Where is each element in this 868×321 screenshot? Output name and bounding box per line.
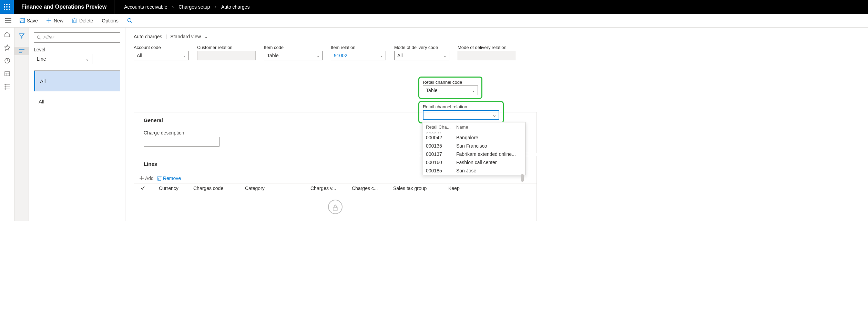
- field-value[interactable]: 91002: [334, 53, 347, 58]
- filter-input-container[interactable]: [34, 32, 120, 43]
- svg-point-39: [335, 205, 335, 205]
- svg-point-28: [37, 36, 40, 39]
- filter-list: All All: [34, 70, 120, 112]
- new-label: New: [54, 18, 63, 23]
- add-line-button[interactable]: Add: [140, 175, 154, 181]
- app-launcher[interactable]: [0, 0, 14, 14]
- new-button[interactable]: New: [43, 17, 67, 25]
- svg-point-38: [336, 205, 336, 206]
- delete-button[interactable]: Delete: [68, 17, 96, 25]
- field-label: Retail channel relation: [423, 104, 499, 109]
- filters-row-2: Retail channel code Table ⌄ Retail chann…: [418, 77, 513, 123]
- svg-point-23: [4, 89, 5, 89]
- account-code-select[interactable]: All ⌄: [134, 51, 189, 60]
- list-view-icon[interactable]: [14, 47, 29, 55]
- field-value: Table: [426, 88, 437, 93]
- dropdown-row[interactable]: 000185 San Jose: [422, 167, 525, 175]
- waffle-icon: [4, 4, 10, 10]
- save-button[interactable]: Save: [16, 17, 41, 25]
- col-header[interactable]: Sales tax group: [393, 185, 438, 191]
- main-layout: Level Line ⌄ All All Auto charges | Stan…: [0, 28, 868, 221]
- field-mode-code: Mode of delivery code All ⌄: [394, 45, 449, 60]
- svg-rect-32: [158, 177, 161, 180]
- check-column[interactable]: [140, 185, 149, 191]
- svg-rect-8: [73, 19, 76, 23]
- breadcrumb-item[interactable]: Charges setup: [178, 4, 210, 10]
- nav-toggle[interactable]: [2, 18, 14, 23]
- view-name[interactable]: Standard view: [170, 34, 201, 39]
- field-item-relation: Item relation 91002 ⌄: [331, 45, 386, 60]
- field-value: All: [397, 53, 403, 58]
- svg-point-13: [127, 18, 131, 22]
- funnel-icon[interactable]: [14, 31, 29, 41]
- save-icon: [19, 18, 25, 23]
- field-label: Retail channel code: [423, 80, 478, 85]
- list-item[interactable]: All: [34, 91, 120, 112]
- field-label: Customer relation: [197, 45, 256, 50]
- view-title-bar: Auto charges | Standard view ⌄: [134, 34, 868, 39]
- chevron-down-icon: ⌄: [492, 112, 497, 118]
- col-header[interactable]: Charges code: [193, 185, 235, 191]
- svg-rect-36: [333, 208, 337, 210]
- filter-input[interactable]: [43, 35, 117, 40]
- search-button[interactable]: [124, 17, 136, 25]
- retail-channel-dropdown[interactable]: Retail Cha... Name 000041 Mumbai 000042 …: [422, 122, 525, 175]
- plus-icon: [140, 176, 144, 180]
- remove-label: Remove: [163, 175, 181, 181]
- dropdown-row[interactable]: 000042 Bangalore: [422, 133, 525, 142]
- mode-code-select[interactable]: All ⌄: [394, 51, 449, 60]
- scrollbar-thumb[interactable]: [521, 174, 524, 182]
- chevron-down-icon: ⌄: [85, 56, 89, 62]
- options-button[interactable]: Options: [98, 16, 122, 25]
- list-item-label: All: [39, 99, 44, 104]
- field-item-code: Item code Table ⌄: [264, 45, 323, 60]
- level-select[interactable]: Line ⌄: [34, 54, 92, 64]
- chevron-right-icon: ›: [215, 4, 216, 10]
- remove-line-button[interactable]: Remove: [157, 175, 181, 181]
- filters-row-1: Account code All ⌄ Customer relation Ite…: [134, 45, 868, 60]
- home-icon[interactable]: [4, 31, 11, 38]
- level-value: Line: [37, 56, 46, 62]
- svg-point-21: [4, 87, 5, 87]
- search-icon: [37, 35, 41, 40]
- dropdown-row[interactable]: 000041 Mumbai: [422, 130, 525, 133]
- svg-line-29: [40, 38, 41, 40]
- col-header[interactable]: Charges v...: [310, 185, 341, 191]
- svg-rect-4: [21, 18, 23, 20]
- retail-channel-code-select[interactable]: Table ⌄: [423, 86, 478, 95]
- dropdown-row[interactable]: 000137 Fabrikam extended online...: [422, 150, 525, 158]
- field-retail-channel-relation: Retail channel relation ⌄: [423, 104, 499, 120]
- chevron-down-icon: ⌄: [472, 89, 475, 92]
- col-header[interactable]: Category: [245, 185, 300, 191]
- recent-icon[interactable]: [4, 57, 11, 64]
- field-account-code: Account code All ⌄: [134, 45, 189, 60]
- workspace-icon[interactable]: [4, 70, 11, 77]
- col-header[interactable]: Currency: [159, 185, 183, 191]
- highlight-retail-relation: Retail channel relation ⌄ Retail Cha... …: [418, 101, 504, 123]
- chevron-right-icon: ›: [172, 4, 174, 10]
- field-retail-channel-code: Retail channel code Table ⌄: [423, 80, 478, 95]
- dropdown-row[interactable]: 000135 San Francisco: [422, 142, 525, 150]
- item-relation-select[interactable]: 91002 ⌄: [331, 51, 386, 60]
- breadcrumb-item[interactable]: Auto charges: [221, 4, 250, 10]
- star-icon[interactable]: [4, 44, 11, 51]
- col-header[interactable]: Charges c...: [352, 185, 383, 191]
- field-value: All: [137, 53, 142, 58]
- charge-description-input[interactable]: [144, 137, 219, 147]
- chevron-down-icon[interactable]: ⌄: [204, 34, 208, 39]
- item-code-select[interactable]: Table ⌄: [264, 51, 323, 60]
- page-title: Auto charges: [134, 34, 162, 39]
- field-customer-relation: Customer relation: [197, 45, 256, 60]
- field-label: Item code: [264, 45, 323, 50]
- modules-icon[interactable]: [4, 83, 11, 90]
- retail-channel-relation-select[interactable]: ⌄: [423, 110, 499, 120]
- list-item[interactable]: All: [34, 71, 120, 91]
- col-header[interactable]: Keep: [448, 185, 466, 191]
- plus-icon: [46, 18, 52, 23]
- chevron-down-icon: ⌄: [380, 54, 383, 58]
- svg-line-14: [131, 21, 132, 23]
- breadcrumb-item[interactable]: Accounts receivable: [124, 4, 167, 10]
- save-label: Save: [27, 18, 38, 23]
- trash-icon: [157, 176, 162, 181]
- dropdown-row[interactable]: 000160 Fashion call center: [422, 158, 525, 167]
